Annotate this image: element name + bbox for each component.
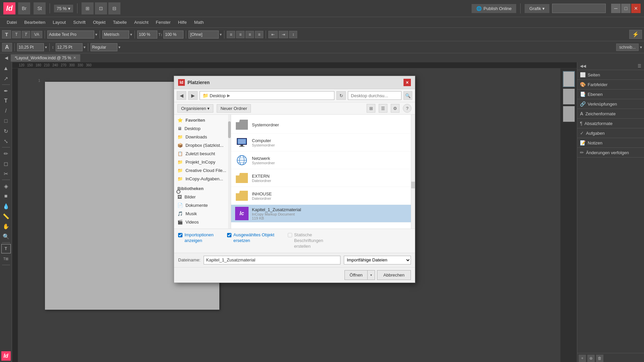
menu-ansicht[interactable]: Ansicht [131, 18, 152, 26]
leading-input[interactable]: 12,75 Pt [56, 43, 83, 51]
line-tool[interactable]: / [1, 106, 11, 116]
align-left-btn[interactable]: ≡ [227, 31, 235, 38]
new-folder-button[interactable]: Neuer Ordner [217, 104, 251, 113]
static-labels-checkbox[interactable] [288, 233, 292, 237]
scissors-tool[interactable]: ✂ [1, 169, 11, 178]
align-center-btn[interactable]: ≡ [236, 31, 245, 38]
grafik-dropdown[interactable]: Grafik ▾ [525, 4, 549, 13]
eyedropper-tool[interactable]: 💧 [1, 201, 11, 211]
text-type-tool[interactable]: T [1, 244, 11, 253]
panel-farbfelder[interactable]: 🎨 Farbfelder [577, 80, 644, 89]
rect-tool[interactable]: □ [1, 116, 11, 126]
file-list-scrollbar[interactable] [411, 115, 415, 229]
linked-text-tool[interactable]: T⊞ [1, 254, 11, 263]
dialog-close-button[interactable]: × [404, 79, 411, 86]
sidebar-item-dropbox[interactable]: 📦 Dropbox (Satzkist... [174, 141, 231, 149]
sidebar-item-downloads[interactable]: 📁 Downloads [174, 133, 231, 141]
menu-datei[interactable]: Datei [3, 18, 20, 26]
select-tool-T[interactable]: A [2, 43, 12, 52]
metrics-dropdown[interactable]: ▾ [130, 32, 132, 37]
file-item-extern[interactable]: EXTERN Dateiordner [231, 169, 411, 187]
panel-seiten[interactable]: ⬜ Seiten [577, 70, 644, 80]
file-search-input[interactable] [348, 91, 401, 100]
sidebar-item-dokumente[interactable]: 📄 Dokumente [174, 201, 231, 209]
view-settings-btn[interactable]: ⚙ [391, 104, 399, 113]
minimize-button[interactable]: ─ [611, 4, 621, 13]
sidebar-item-musik[interactable]: 🎵 Musik [174, 209, 231, 218]
font-style-input[interactable]: Regular [91, 43, 117, 51]
view-details-btn[interactable]: ☰ [379, 104, 387, 113]
pencil-tool[interactable]: ✏ [1, 149, 11, 158]
cancel-button[interactable]: Abbrechen [377, 270, 411, 280]
style-dropdown[interactable]: ▾ [220, 32, 222, 37]
rotate-tool[interactable]: ↻ [1, 126, 11, 136]
import-options-checkbox[interactable] [178, 233, 182, 237]
file-item-computer[interactable]: Computer Systemordner [231, 134, 411, 152]
menu-hilfe[interactable]: Hilfe [175, 18, 190, 26]
zoom-control[interactable]: 75 % ▾ [54, 5, 73, 12]
text-tool-T[interactable]: T [2, 30, 11, 39]
filename-input[interactable] [204, 256, 340, 264]
panel-left-arrow[interactable]: ◀ [2, 55, 11, 60]
doc-tab-close[interactable]: ✕ [73, 56, 76, 60]
main-search-input[interactable] [552, 4, 606, 13]
sidebar-item-videos[interactable]: 🎬 Videos [174, 218, 231, 226]
align-justify-btn[interactable]: ≡ [255, 31, 263, 38]
scale-v-input[interactable] [137, 31, 157, 39]
panel-notizen[interactable]: 📝 Notizen [577, 138, 644, 148]
panel-collapse-left[interactable]: ◀◀ [580, 64, 586, 68]
doc-tab[interactable]: *Layout_Workflow.indd @ 75 % ✕ [11, 54, 80, 62]
file-item-kapitel[interactable]: Ic Kapitel_1_Zusatzmaterial InCopy Marku… [231, 205, 411, 223]
font-name-input[interactable]: Adobe Text Pro [47, 31, 94, 39]
help-button[interactable]: ? [403, 104, 412, 113]
panel-zeichenformate[interactable]: A Zeichenformate [577, 109, 644, 119]
style-panel-dropdown[interactable]: ▾ [640, 45, 642, 50]
view-mode-btn3[interactable]: ⊟ [108, 2, 120, 14]
menu-math[interactable]: Math [191, 18, 207, 26]
panel-absatzformate[interactable]: ¶ Absatzformate [577, 119, 644, 128]
align-right-btn[interactable]: ≡ [246, 31, 254, 38]
hand-tool[interactable]: ✋ [1, 222, 11, 231]
menu-fenster[interactable]: Fenster [153, 18, 174, 26]
forward-button[interactable]: ▶ [188, 91, 198, 100]
font-size-dropdown[interactable]: ▾ [45, 45, 47, 50]
text-tool-T2[interactable]: T [12, 31, 20, 38]
type-tool[interactable]: T [1, 96, 11, 106]
lightning-btn[interactable]: ⚡ [629, 30, 642, 39]
font-name-dropdown[interactable]: ▾ [95, 32, 97, 37]
zoom-tool[interactable]: 🔍 [1, 232, 11, 241]
sidebar-scrollbar[interactable] [228, 115, 231, 229]
text-tool-T3[interactable]: T [22, 31, 30, 38]
menu-bearbeiten[interactable]: Bearbeiten [21, 18, 49, 26]
eraser-tool[interactable]: ◻ [1, 159, 11, 168]
pen-tool[interactable]: ✒ [1, 86, 11, 96]
bridge-icon-btn[interactable]: Br [18, 2, 30, 14]
search-button[interactable]: 🔍 [404, 91, 412, 100]
panel-ebenen[interactable]: 📑 Ebenen [577, 89, 644, 99]
metrics-input[interactable]: Metrisch [102, 31, 129, 39]
sidebar-item-zuletzt[interactable]: 📋 Zuletzt besucht [174, 149, 231, 158]
text-tool-VA[interactable]: VA [31, 31, 42, 38]
sidebar-item-bilder[interactable]: 🖼 Bilder [174, 193, 231, 201]
file-item-inhouse[interactable]: INHOUSE Dateiordner [231, 187, 411, 205]
view-list-btn[interactable]: ⊞ [367, 104, 375, 113]
panel-verknuepfungen[interactable]: 🔗 Verknüpfungen [577, 99, 644, 109]
leading-dropdown[interactable]: ▾ [84, 45, 86, 50]
menu-schrift[interactable]: Schrift [70, 18, 89, 26]
style-panel-btn[interactable]: schreib... [616, 44, 639, 51]
sidebar-item-creative[interactable]: 📁 Creative Cloud File... [174, 166, 231, 175]
back-button[interactable]: ◀ [177, 91, 186, 100]
maximize-button[interactable]: □ [621, 4, 631, 13]
file-item-netzwerk[interactable]: Netzwerk Systemordner [231, 152, 411, 169]
open-button[interactable]: Öffnen [344, 270, 367, 280]
color-fill-tool[interactable]: ■ [1, 191, 11, 201]
organize-button[interactable]: Organisieren ▾ [177, 104, 213, 113]
measure-tool[interactable]: 📏 [1, 212, 11, 221]
panel-aenderungen[interactable]: ✏ Änderungen verfolgen [577, 148, 644, 158]
view-mode-btn1[interactable]: ⊞ [82, 2, 94, 14]
scale-tool[interactable]: ⤡ [1, 136, 11, 146]
file-item-systemordner-top[interactable]: Systemordner [231, 116, 411, 134]
menu-tabelle[interactable]: Tabelle [110, 18, 130, 26]
style-input[interactable]: [Ohne] [189, 31, 219, 39]
panel-menu-icon[interactable]: ☰ [638, 64, 641, 68]
